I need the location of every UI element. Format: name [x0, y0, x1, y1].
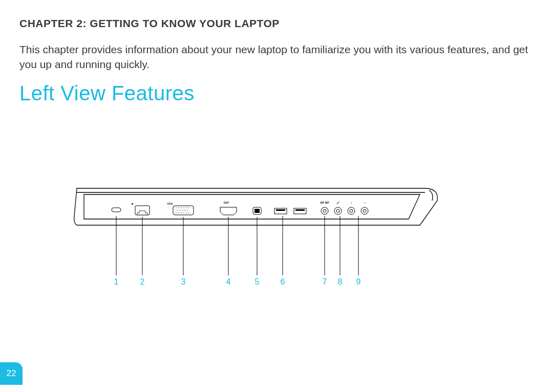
svg-point-32	[350, 209, 353, 212]
svg-point-30	[336, 209, 339, 212]
svg-point-6	[181, 207, 181, 208]
svg-text:♫: ♫	[350, 201, 352, 204]
page: CHAPTER 2: GETTING TO KNOW YOUR LAPTOP T…	[0, 0, 553, 392]
port-usb-1	[274, 208, 287, 214]
svg-text:♫: ♫	[364, 201, 366, 204]
callout-9: 9	[356, 277, 361, 286]
spdif-label: S/P DIF	[320, 201, 329, 204]
port-security-lock	[112, 208, 121, 212]
svg-rect-1	[112, 208, 121, 212]
svg-point-13	[184, 210, 185, 210]
svg-rect-23	[274, 208, 287, 214]
svg-rect-25	[294, 208, 306, 214]
vga-label: VGA	[167, 202, 173, 205]
svg-point-8	[186, 207, 186, 208]
svg-rect-26	[295, 209, 305, 211]
svg-point-7	[183, 207, 184, 208]
port-mini-displayport	[253, 207, 261, 214]
page-number: 22	[7, 368, 16, 379]
svg-point-11	[179, 210, 180, 210]
svg-rect-24	[276, 209, 285, 211]
chapter-header: CHAPTER 2: GETTING TO KNOW YOUR LAPTOP	[19, 17, 280, 30]
port-usb-2	[294, 208, 306, 214]
svg-point-18	[183, 212, 184, 213]
svg-text:🎤: 🎤	[336, 201, 340, 205]
svg-point-15	[176, 212, 176, 213]
callout-3: 3	[181, 277, 186, 286]
svg-rect-3	[173, 206, 194, 215]
svg-point-5	[178, 207, 179, 208]
callout-6: 6	[281, 277, 285, 286]
section-title: Left View Features	[19, 82, 195, 105]
laptop-left-view-svg: ⎚ VGA OUT	[72, 179, 440, 287]
left-view-diagram: ⎚ VGA OUT	[72, 179, 440, 287]
svg-point-34	[363, 209, 366, 212]
callout-8: 8	[338, 277, 343, 286]
callout-1: 1	[114, 277, 119, 286]
intro-paragraph: This chapter provides information about …	[19, 42, 531, 72]
svg-point-20	[188, 212, 189, 213]
svg-point-28	[323, 209, 326, 212]
svg-point-17	[181, 212, 181, 213]
svg-point-12	[182, 210, 182, 210]
callout-5: 5	[255, 277, 260, 286]
svg-rect-22	[254, 209, 260, 213]
svg-point-16	[178, 212, 179, 213]
svg-point-10	[177, 210, 177, 210]
hdmi-out-label: OUT	[224, 201, 229, 204]
callout-4: 4	[226, 277, 231, 286]
callout-7: 7	[323, 277, 327, 286]
page-number-tab: 22	[0, 362, 23, 385]
svg-point-19	[186, 212, 186, 213]
svg-point-9	[188, 207, 189, 208]
svg-point-4	[176, 207, 176, 208]
svg-point-14	[187, 210, 187, 210]
callout-2: 2	[140, 277, 145, 286]
